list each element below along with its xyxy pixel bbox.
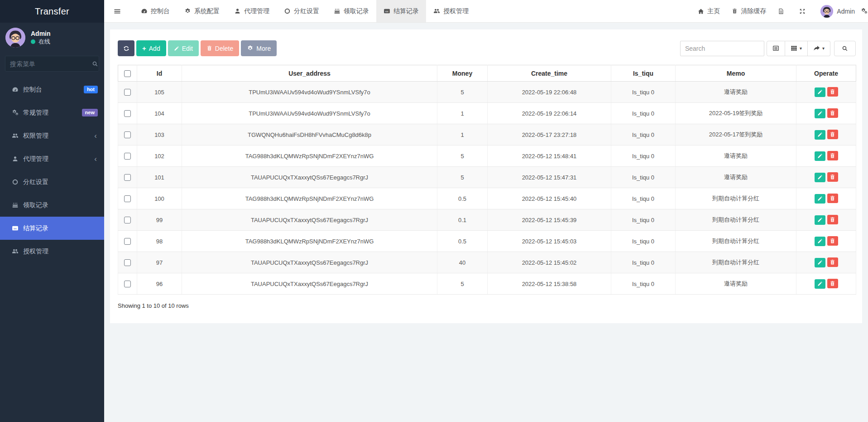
row-delete-button[interactable]: [827, 194, 838, 203]
tab-label: 控制台: [151, 7, 170, 15]
row-edit-button[interactable]: [815, 173, 825, 182]
sidebar-item-1[interactable]: 控制台hot: [0, 78, 104, 101]
sidebar-item-5[interactable]: 分红设置: [0, 170, 104, 194]
clear-cache-button[interactable]: 清除缓存: [726, 0, 772, 22]
row-checkbox[interactable]: [124, 259, 131, 266]
row-edit-button[interactable]: [815, 215, 825, 225]
document-button[interactable]: [772, 0, 793, 22]
cc-icon: cc: [384, 8, 390, 15]
table-row: 104TPUmU3iWAAUv594vd4oWud9YSnmLVSfy7o120…: [118, 103, 856, 124]
circle-icon: [11, 179, 19, 185]
sidebar-item-8[interactable]: 授权管理: [0, 240, 104, 263]
sidebar-item-3[interactable]: 权限管理‹: [0, 124, 104, 147]
cell-create-time: 2022-05-12 15:47:31: [488, 167, 611, 188]
document-icon: [778, 8, 784, 15]
table-search-input[interactable]: [680, 41, 764, 56]
top-navbar: 控制台系统配置代理管理分红设置领取记录cc结算记录授权管理 主页 清除缓存 Ad…: [104, 0, 868, 23]
cell-user-address: TGWQNQHu6haiFsDH8hFVvhaCMuCg8d6k8p: [182, 124, 437, 146]
tab-1[interactable]: 控制台: [134, 0, 177, 22]
columns-button[interactable]: ▾: [785, 41, 808, 56]
menu-search-input[interactable]: [10, 60, 92, 68]
user-menu[interactable]: Admin: [815, 0, 861, 22]
sidebar-toggle-button[interactable]: [104, 0, 134, 22]
app-logo[interactable]: Transfer: [0, 0, 104, 23]
home-button[interactable]: 主页: [692, 0, 726, 22]
row-checkbox[interactable]: [124, 153, 131, 160]
more-button[interactable]: More: [241, 40, 277, 56]
refresh-button[interactable]: [118, 40, 134, 56]
row-edit-button[interactable]: [815, 279, 825, 289]
sidebar-search: [5, 56, 99, 72]
row-delete-button[interactable]: [827, 172, 838, 182]
tab-2[interactable]: 系统配置: [177, 0, 227, 22]
row-delete-button[interactable]: [827, 151, 838, 160]
tab-4[interactable]: 分红设置: [277, 0, 326, 22]
cell-memo: 到期自动计算分红: [676, 231, 796, 252]
home-icon: [698, 8, 704, 15]
tab-6[interactable]: cc结算记录: [376, 0, 426, 22]
row-delete-button[interactable]: [827, 108, 838, 118]
sidebar-item-6[interactable]: 领取记录: [0, 194, 104, 217]
user-avatar[interactable]: [5, 28, 25, 48]
cell-id: 99: [137, 209, 182, 231]
cell-is-tiqu: Is_tiqu 0: [611, 167, 676, 188]
user-name: Admin: [31, 30, 51, 37]
tab-label: 分红设置: [294, 7, 319, 15]
settings-button[interactable]: [861, 0, 868, 22]
row-edit-button[interactable]: [815, 258, 825, 267]
row-delete-button[interactable]: [827, 236, 838, 246]
sidebar-item-7[interactable]: cc结算记录: [0, 217, 104, 240]
row-delete-button[interactable]: [827, 215, 838, 224]
edit-button[interactable]: Edit: [168, 40, 199, 56]
cell-money: 1: [437, 124, 488, 146]
search-button[interactable]: [834, 41, 856, 56]
cell-operate: [796, 124, 856, 146]
sidebar-item-4[interactable]: 代理管理‹: [0, 147, 104, 170]
select-all-checkbox[interactable]: [124, 70, 131, 77]
tab-3[interactable]: 代理管理: [227, 0, 277, 22]
row-edit-button[interactable]: [815, 109, 825, 118]
row-delete-button[interactable]: [827, 279, 838, 288]
users-icon: [433, 8, 440, 15]
row-delete-button[interactable]: [827, 130, 838, 139]
row-checkbox[interactable]: [124, 195, 131, 202]
column-header: Is_tiqu: [611, 65, 676, 82]
row-checkbox[interactable]: [124, 238, 131, 245]
sidebar-item-2[interactable]: 常规管理new: [0, 101, 104, 124]
row-checkbox[interactable]: [124, 131, 131, 138]
user-icon: [11, 155, 19, 162]
row-checkbox[interactable]: [124, 217, 131, 223]
cell-create-time: 2022-05-19 22:06:48: [488, 82, 611, 103]
cell-id: 105: [137, 82, 182, 103]
row-checkbox[interactable]: [124, 89, 131, 96]
fullscreen-button[interactable]: [793, 0, 815, 22]
table-row: 99TAUAPUCUQxTXaxxytQSs67Eegagcs7RgrJ0.12…: [118, 209, 856, 231]
row-delete-button[interactable]: [827, 87, 838, 97]
gear-icon: [247, 45, 254, 52]
export-button[interactable]: ▾: [808, 41, 830, 56]
hot-badge: hot: [84, 86, 98, 93]
cell-id: 96: [137, 273, 182, 295]
cell-is-tiqu: Is_tiqu 0: [611, 188, 676, 209]
export-icon: [813, 45, 820, 52]
row-checkbox[interactable]: [124, 110, 131, 117]
detail-view-button[interactable]: [767, 41, 785, 56]
cell-user-address: TAUAPUCUQxTXaxxytQSs67Eegagcs7RgrJ: [182, 252, 437, 273]
row-checkbox[interactable]: [124, 281, 131, 287]
cell-is-tiqu: Is_tiqu 0: [611, 82, 676, 103]
delete-button[interactable]: Delete: [201, 40, 239, 56]
row-edit-button[interactable]: [815, 87, 825, 97]
row-edit-button[interactable]: [815, 130, 825, 140]
tab-7[interactable]: 授权管理: [426, 0, 476, 22]
tab-5[interactable]: 领取记录: [326, 0, 376, 22]
sidebar-item-label: 控制台: [23, 86, 42, 94]
row-edit-button[interactable]: [815, 151, 825, 161]
trash-icon: [206, 45, 212, 51]
row-delete-button[interactable]: [827, 257, 838, 267]
row-checkbox[interactable]: [124, 174, 131, 181]
row-edit-button[interactable]: [815, 194, 825, 204]
plus-icon: +: [142, 44, 146, 52]
row-edit-button[interactable]: [815, 237, 825, 246]
add-button[interactable]: + Add: [136, 40, 166, 56]
records-table: IdUser_addressMoneyCreate_timeIs_tiquMem…: [118, 65, 856, 295]
